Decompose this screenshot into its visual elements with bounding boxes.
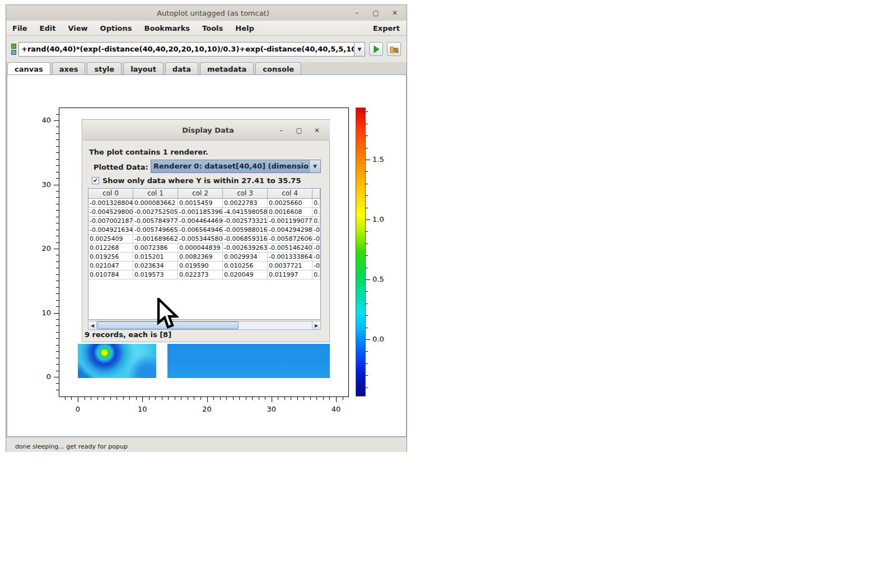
table-row[interactable]: 0.0210470.0236340.0195900.0102560.003772… [88,262,320,270]
address-dropdown-button[interactable]: ▼ [354,42,365,57]
table-cell: 0.023634 [133,262,178,270]
heatmap-strip-left[interactable] [78,344,156,378]
data-table[interactable]: col 0col 1col 2col 3col 4 -0.001328804..… [88,188,321,320]
table-column-header[interactable] [312,189,320,199]
menu-item-expert[interactable]: Expert [373,24,407,32]
mouse-cursor [156,298,179,330]
x-tick-label: 20 [200,405,214,413]
scroll-left-button[interactable]: ◀ [88,321,97,329]
y-minor-tick [56,255,59,255]
table-cell: 0.0015459 [178,199,223,208]
colorbar-minor-tick [366,375,368,376]
table-row[interactable]: 0.0192560.0152010.00823690.0029934-0.001… [88,253,320,262]
tab-data[interactable]: data [165,62,198,74]
table-column-header[interactable]: col 1 [133,189,178,199]
y-minor-tick [56,223,59,223]
colorbar[interactable] [356,108,366,396]
menu-item-view[interactable]: View [62,21,94,35]
minimize-icon[interactable]: – [353,9,361,17]
y-minor-tick [56,210,59,211]
table-cell: 0.0072386 [133,244,178,253]
colorbar-minor-tick [366,124,368,124]
tab-axes[interactable]: axes [52,62,86,74]
colorbar-minor-tick [366,195,368,196]
table-cell: -0.005146240... [268,244,312,253]
table-row[interactable]: 0.0107840.0195730.0223730.0200490.011997… [88,270,320,279]
menu-item-bookmarks[interactable]: Bookmarks [138,21,197,35]
tab-console[interactable]: console [255,62,301,74]
x-minor-tick [316,397,317,400]
table-column-header[interactable]: col 3 [223,189,268,199]
go-play-button[interactable] [369,42,383,56]
dialog-minimize-icon[interactable]: – [277,127,285,134]
y-minor-tick [56,217,59,217]
inspect-uri-button[interactable] [387,42,401,56]
title-bar[interactable]: Autoplot untagged (as tomcat) – ▢ ✕ [6,5,407,21]
table-column-header[interactable]: col 4 [268,189,312,199]
table-column-header[interactable]: col 0 [88,189,133,199]
datasource-indicator [8,44,18,55]
x-tick-label: 10 [136,405,149,413]
colorbar-minor-tick [366,111,368,112]
table-row[interactable]: -0.004921634...-0.005749665...-0.0065649… [88,226,320,235]
y-minor-tick [56,383,59,384]
plotted-data-selected-value: Renderer 0: dataset[40,40] (dimension... [151,160,309,172]
table-row[interactable]: -0.004529800...-0.002752505...-0.0011853… [88,208,320,217]
menu-item-options[interactable]: Options [94,21,138,35]
table-row[interactable]: -0.007002187...-0.005784977...-0.0044644… [88,217,320,226]
select-arrow-button[interactable]: ▼ [309,160,320,172]
x-minor-tick [194,397,194,400]
y-minor-tick [56,268,59,268]
tab-layout[interactable]: layout [123,62,164,74]
tab-canvas[interactable]: canvas [7,62,50,74]
dialog-maximize-icon[interactable]: ▢ [295,127,303,134]
uri-address-input[interactable]: +rand(40,40)*(exp(-distance(40,40,20,20,… [18,42,354,57]
table-row[interactable]: -0.001328804...0.0000836620.00154590.002… [88,199,320,208]
y-minor-tick [56,281,59,281]
x-major-tick [336,397,337,402]
status-bar: done sleeping... get ready for popup [6,437,407,452]
menu-item-file[interactable]: File [6,21,34,35]
status-message: done sleeping... get ready for popup [6,443,128,452]
x-minor-tick [91,397,91,400]
close-icon[interactable]: ✕ [391,9,399,17]
y-minor-tick [56,139,59,140]
table-cell: -0.005988016... [223,226,268,235]
arrow-right-icon: ▶ [315,323,318,328]
tab-style[interactable]: style [87,62,122,74]
x-minor-tick [246,397,246,400]
colorbar-minor-tick [366,268,368,268]
y-minor-tick [56,319,59,320]
y-minor-tick [56,242,59,243]
dialog-close-icon[interactable]: ✕ [313,127,321,134]
x-minor-tick [297,397,298,400]
table-cell: -0.001185396... [178,208,223,217]
dialog-title-bar[interactable]: Display Data – ▢ ✕ [83,120,330,141]
menu-bar: FileEditViewOptionsBookmarksToolsHelpExp… [6,21,407,36]
plotted-data-select[interactable]: Renderer 0: dataset[40,40] (dimension...… [151,160,321,173]
horizontal-scrollbar[interactable]: ◀ ▶ [88,321,321,330]
maximize-icon[interactable]: ▢ [372,9,380,17]
y-minor-tick [56,204,59,204]
menu-item-tools[interactable]: Tools [196,21,229,35]
scroll-right-button[interactable]: ▶ [312,321,320,329]
dialog-title: Display Data [139,126,277,134]
table-row[interactable]: 0.0025409-0.001689662...-0.005344580...-… [88,235,320,244]
table-cell: -0.004464469... [178,217,223,226]
table-row[interactable]: 0.0122680.00723860.000044839-0.002639263… [88,244,320,253]
green-square-icon [11,44,16,49]
y-tick-label: 40 [35,116,51,124]
y-minor-tick [56,287,59,288]
table-cell: -0.006859316... [223,235,268,244]
menu-item-edit[interactable]: Edit [34,21,62,35]
y-filter-checkbox[interactable]: ✔ [92,177,99,184]
x-minor-tick [65,397,66,400]
plot-canvas[interactable]: 0102030400102030400.00.51.01.5 Display D… [7,74,407,437]
table-column-header[interactable]: col 2 [178,189,223,199]
x-minor-tick [252,397,253,400]
colorbar-minor-tick [366,148,368,148]
menu-item-help[interactable]: Help [229,21,260,35]
table-cell: 0.021047 [88,262,133,270]
heatmap-strip-right[interactable] [167,344,330,378]
tab-metadata[interactable]: metadata [200,62,254,74]
